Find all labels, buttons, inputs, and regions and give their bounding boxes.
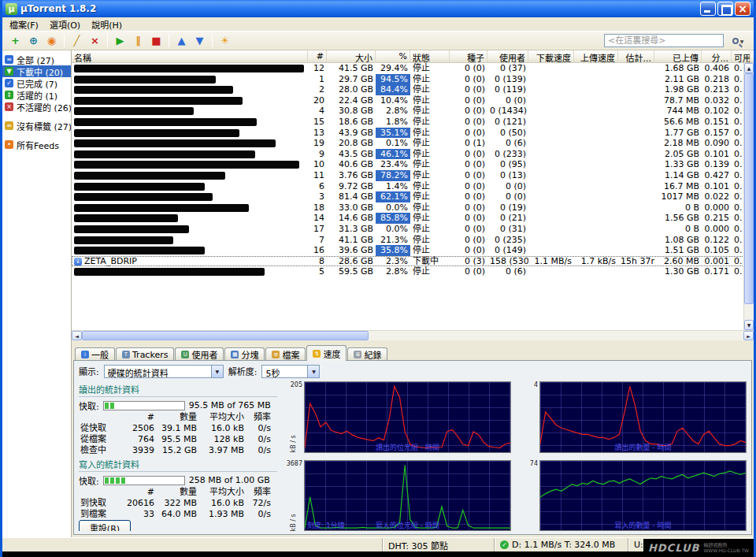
torrent-row[interactable]: 741.1 GB21.3%停止0 (0)0 (235)1.08 GB0.1220… (72, 235, 750, 246)
graph-axis: 4 (519, 381, 539, 453)
create-torrent-icon[interactable]: ╱ (68, 33, 86, 48)
torrent-cell-down (528, 181, 574, 192)
scroll-right-icon[interactable] (743, 331, 754, 340)
torrent-row[interactable]: 228.0 GB84.4%停止0 (0)0 (119)1.98 GB0.2130… (72, 84, 750, 95)
tab-speed[interactable]: ↯速度 (306, 345, 346, 361)
vertical-scrollbar[interactable] (743, 63, 754, 330)
column-header[interactable]: 分... (702, 50, 732, 62)
menu-item[interactable]: 說明(H) (86, 17, 128, 32)
right-pane: 名稱#大小%狀態種子使用者下載速度上傳速度估計...已上傳分...可用 1241… (72, 50, 754, 537)
torrent-row[interactable]: 943.5 GB46.1%停止0 (0)0 (233)2.05 GB0.1010… (72, 149, 750, 160)
torrent-row[interactable]: 430.8 GB2.8%停止0 (0)0 (1434)744 MB0.1020. (72, 106, 750, 117)
column-header[interactable]: 已上傳 (654, 50, 702, 62)
search-input[interactable] (604, 34, 724, 47)
column-header[interactable]: 大小 (327, 50, 376, 62)
horizontal-scrollbar[interactable] (72, 330, 754, 340)
add-rss-feed-icon[interactable]: ◉ (43, 33, 61, 48)
torrent-cell-ratio: 0.101 (702, 149, 732, 160)
sidebar-item[interactable]: ≡沒有標籤 (27) (2, 120, 71, 132)
queue-down-icon[interactable]: ▼ (191, 33, 209, 48)
torrent-row[interactable]: 1414.6 GB85.8%停止0 (0)0 (21)1.56 GB0.2150… (72, 213, 750, 224)
torrent-row[interactable]: 1920.8 GB0.1%停止0 (1)0 (6)2.18 MB0.0900. (72, 138, 750, 149)
column-header[interactable]: % (376, 50, 410, 62)
add-torrent-icon[interactable]: + (6, 33, 24, 48)
pause-icon[interactable]: ‖ (129, 33, 147, 48)
column-header[interactable]: 下載速度 (528, 50, 574, 62)
resolution-dropdown[interactable]: 5秒 (261, 365, 320, 378)
tab-files[interactable]: ≡檔案 (265, 347, 306, 361)
torrent-row[interactable]: 1731.3 GB0.0%停止0 (0)0 (31)0 B0.0000. (72, 224, 750, 235)
stop-icon[interactable]: ■ (147, 33, 165, 48)
tab-logger[interactable]: ≣紀錄 (347, 347, 387, 361)
stats-header: # (120, 487, 156, 498)
column-header[interactable]: 估計... (618, 50, 654, 62)
torrent-row[interactable]: 1639.6 GB35.8%停止0 (0)0 (149)1.51 GB0.105… (72, 245, 750, 256)
sidebar-item[interactable]: •所有Feeds (2, 139, 71, 150)
stats-value: 39.1 MB (156, 423, 198, 434)
utorrent-window: µ µTorrent 1.8.2 檔案(F)選項(O)說明(H) +⊕◉╱×▶‖… (0, 0, 756, 557)
sidebar-item[interactable]: ×不活躍的 (26) (2, 101, 71, 113)
torrent-cell-status: 停止 (410, 245, 450, 256)
torrent-cell-peers: 0 (0) (487, 181, 528, 192)
torrent-row[interactable]: 559.5 GB2.8%停止0 (0)0 (6)1.30 GB0.1710. (72, 266, 750, 277)
menu-item[interactable]: 檔案(F) (4, 17, 44, 32)
remove-torrent-icon[interactable]: × (86, 33, 104, 48)
vertical-scroll-thumb[interactable] (744, 73, 754, 304)
minimize-button[interactable] (700, 2, 716, 16)
disk-stats-panel: 讀出的統計資料快取:95.5 MB of 765 MB#數量平均大小頻率從快取2… (79, 381, 277, 531)
tab-pieces[interactable]: ▦分塊 (224, 347, 265, 361)
torrent-row[interactable]: 1241.5 GB29.4%停止0 (0)0 (37)1.68 GB0.4060… (72, 63, 750, 74)
maximize-button[interactable] (717, 2, 733, 16)
column-header[interactable]: 名稱 (72, 50, 308, 62)
preferences-icon[interactable]: ☀ (216, 33, 234, 48)
sidebar-item[interactable]: ≡全部 (27) (2, 54, 71, 65)
title-bar[interactable]: µ µTorrent 1.8.2 (2, 0, 754, 17)
horizontal-scroll-thumb[interactable] (82, 331, 369, 340)
sidebar-item-label: 全部 (27) (17, 54, 54, 66)
column-header[interactable]: 種子 (450, 50, 487, 62)
column-header[interactable]: 可用 (732, 50, 750, 62)
torrent-row[interactable]: 1343.9 GB35.1%停止0 (0)0 (50)1.77 GB0.1570… (72, 128, 750, 139)
search-button[interactable] (726, 34, 750, 48)
torrent-cell-eta (618, 235, 654, 246)
torrent-row[interactable]: 69.72 GB1.4%停止0 (0)0 (0)16.7 MB0.1010. (72, 181, 750, 192)
graph-legend: 刻度: 1分鐘 (307, 520, 345, 530)
torrent-row[interactable]: 2022.4 GB10.4%停止0 (0)0 (0)78.7 MB0.0320. (72, 95, 750, 106)
torrent-cell-pct: 2.8% (376, 266, 410, 277)
torrent-row[interactable]: 129.7 GB94.5%停止0 (0)0 (139)2.11 GB0.2180… (72, 74, 750, 85)
graph-axis: 3687kB / s (284, 460, 304, 532)
sidebar-item[interactable]: ▼下載中 (20) (2, 65, 71, 77)
torrent-row[interactable]: 1833.0 GB0.0%停止0 (0)0 (19)0 B0.0000. (72, 202, 750, 214)
add-url-icon[interactable]: ⊕ (24, 33, 43, 48)
stats-type-dropdown[interactable]: 硬碟的統計資料 (104, 365, 224, 378)
tab-general[interactable]: i一般 (75, 347, 115, 361)
censored-name (74, 204, 249, 212)
dropdown-arrow-icon[interactable] (211, 366, 223, 377)
tab-peers[interactable]: U使用者 (175, 347, 224, 361)
column-header[interactable]: 上傳速度 (574, 50, 618, 62)
column-header[interactable]: # (308, 50, 327, 62)
torrent-row[interactable]: ↓ZETA_BDRIP828.6 GB2.3%下載中0 (3)158 (530)… (72, 256, 750, 267)
scroll-left-icon[interactable] (72, 331, 82, 340)
torrent-cell-ratio: 0.101 (702, 181, 732, 192)
menu-item[interactable]: 選項(O) (44, 17, 86, 32)
close-button[interactable] (735, 2, 750, 16)
reset-button[interactable]: 重設(R) (79, 520, 131, 531)
torrent-row[interactable]: 1040.6 GB23.4%停止0 (0)0 (95)1.33 GB0.1390… (72, 159, 750, 170)
sidebar-item[interactable]: ↕活躍的 (1) (2, 89, 71, 101)
start-icon[interactable]: ▶ (111, 33, 129, 48)
scroll-up-icon[interactable] (744, 63, 754, 73)
queue-up-icon[interactable]: ▲ (172, 33, 191, 48)
tab-trackers[interactable]: TTrackers (116, 347, 174, 361)
cache-progressbar (103, 401, 185, 410)
scroll-down-icon[interactable] (744, 320, 754, 330)
torrent-row[interactable]: 381.4 GB62.1%停止0 (0)0 (0)1017 MB0.0220. (72, 191, 750, 202)
stats-value: 0/s (246, 434, 272, 445)
column-header[interactable]: 狀態 (410, 50, 450, 62)
sidebar-item[interactable]: ✓已完成 (7) (2, 77, 71, 89)
dropdown-arrow-icon[interactable] (307, 366, 319, 377)
torrent-row[interactable]: 1518.6 GB1.8%停止0 (0)0 (121)56.6 MB0.1510… (72, 117, 750, 128)
torrent-row[interactable]: 113.76 GB78.2%停止0 (0)0 (13)1.14 GB0.4270… (72, 170, 750, 181)
censored-name (74, 76, 216, 84)
column-header[interactable]: 使用者 (487, 50, 528, 62)
